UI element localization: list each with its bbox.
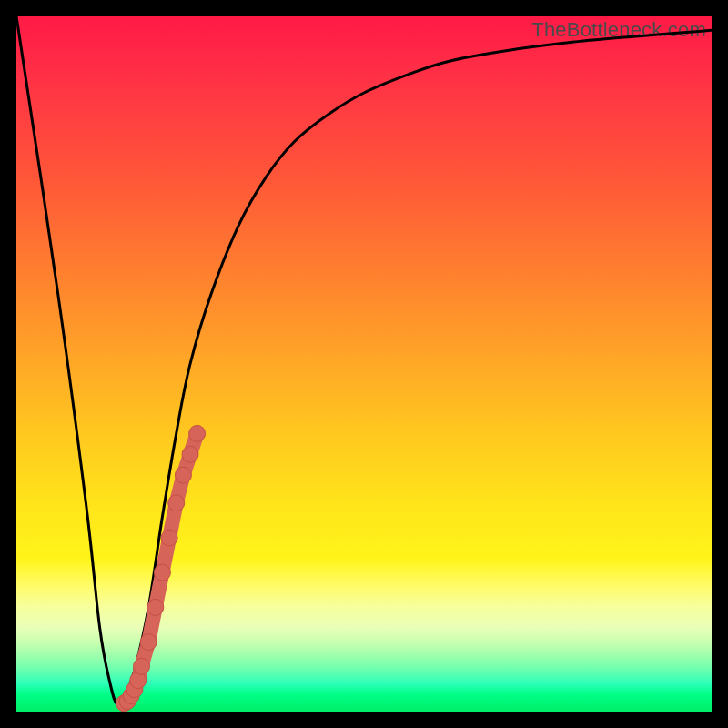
watermark-text: TheBottleneck.com: [531, 18, 706, 42]
background-gradient: [16, 16, 712, 712]
plot-area: TheBottleneck.com: [16, 16, 712, 712]
chart-frame: TheBottleneck.com: [0, 0, 728, 728]
